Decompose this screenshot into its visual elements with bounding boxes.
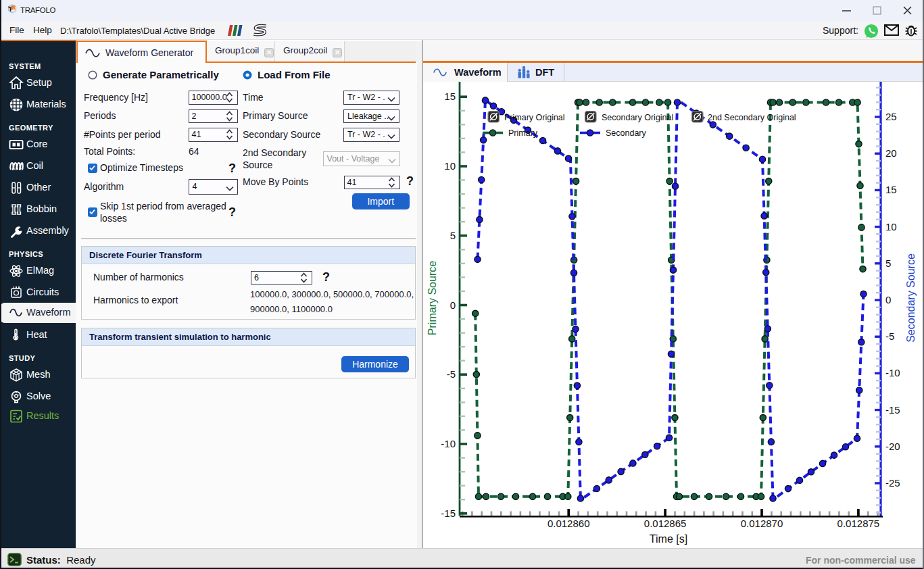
- svg-text:10: 10: [444, 160, 456, 172]
- svg-text:-15: -15: [441, 508, 456, 519]
- svg-text:5: 5: [450, 230, 456, 241]
- svg-text:Time [s]: Time [s]: [650, 533, 687, 545]
- svg-text:15: 15: [885, 184, 897, 195]
- svg-text:Secondary: Secondary: [606, 128, 647, 138]
- svg-text:0: 0: [885, 294, 891, 305]
- svg-text:15: 15: [444, 91, 456, 102]
- svg-text:-10: -10: [441, 438, 456, 449]
- svg-text:Primary: Primary: [508, 128, 538, 138]
- svg-text:2nd Secondary Original: 2nd Secondary Original: [708, 113, 796, 122]
- svg-text:25: 25: [885, 111, 897, 122]
- svg-text:0.012860: 0.012860: [548, 518, 590, 529]
- svg-text:10: 10: [885, 221, 897, 232]
- svg-text:0: 0: [450, 299, 456, 311]
- svg-text:Primary Original: Primary Original: [504, 113, 565, 122]
- svg-text:0.012865: 0.012865: [644, 518, 687, 529]
- svg-text:5: 5: [885, 257, 891, 269]
- svg-text:-20: -20: [885, 441, 900, 452]
- svg-text:20: 20: [885, 147, 897, 159]
- svg-text:-5: -5: [885, 330, 894, 342]
- svg-text:-5: -5: [447, 368, 456, 380]
- svg-text:0.012870: 0.012870: [741, 518, 783, 529]
- svg-text:Secondary Original: Secondary Original: [602, 113, 673, 122]
- svg-text:Primary Source: Primary Source: [427, 261, 438, 335]
- svg-text:-25: -25: [885, 477, 900, 489]
- svg-text:0.012875: 0.012875: [837, 518, 880, 529]
- svg-text:-10: -10: [885, 367, 900, 378]
- svg-text:-15: -15: [885, 404, 900, 416]
- svg-text:Secondary Source: Secondary Source: [905, 253, 917, 343]
